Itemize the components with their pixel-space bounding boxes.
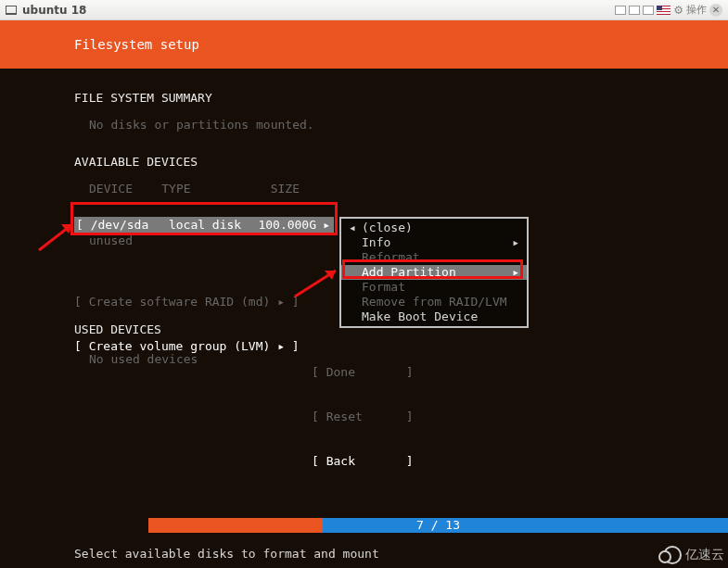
page-title: Filesystem setup [74,37,199,52]
vm-monitor-icon [6,6,17,15]
back-button[interactable]: [ Back ] [312,454,414,469]
svg-marker-3 [325,271,336,280]
disk-device: /dev/sda [91,217,169,234]
gear-icon[interactable]: ⚙ [673,4,683,17]
file-system-summary: FILE SYSTEM SUMMARY No disks or partitio… [0,69,728,133]
bracket: [ [76,217,91,234]
disk-size: 100.000G [256,217,317,234]
tray-icon-2[interactable] [629,6,640,15]
tray-icon-1[interactable] [615,6,626,15]
tray-icon-3[interactable] [643,6,654,15]
installer-surface: Filesystem setup FILE SYSTEM SUMMARY No … [0,20,728,568]
disk-row-content: [ /dev/sda local disk 100.000G ▸ [74,217,334,234]
svg-line-2 [295,271,336,297]
menu-format: Format [341,280,527,295]
device-columns: DEVICE TYPE SIZE [74,182,728,196]
chevron-right-icon: ▸ [510,265,519,280]
svg-line-0 [39,224,72,250]
vm-title: ubuntu 18 [22,4,86,17]
watermark: 亿速云 [663,546,724,564]
svg-marker-1 [61,224,72,234]
used-title: USED DEVICES [74,322,161,336]
menu-make-boot[interactable]: Make Boot Device [341,309,527,324]
create-raid[interactable]: [ Create software RAID (md) ▸ ] [74,295,300,309]
watermark-icon [663,546,682,564]
available-title: AVAILABLE DEVICES [74,155,728,169]
annotation-arrow-menu [291,263,345,300]
close-icon[interactable]: ✕ [709,4,722,17]
disk-unused: unused [89,234,133,248]
caret-left-icon: ◂ [349,221,362,235]
disk-type: local disk [169,217,256,234]
tray-flag-icon[interactable] [657,6,671,15]
used-message: No used devices [89,352,198,366]
footer-buttons: [ Done ] [ Reset ] [ Back ] [312,335,414,499]
vm-tray: ⚙ 操作 ✕ [615,0,722,19]
watermark-text: 亿速云 [685,547,724,563]
reset-button[interactable]: [ Reset ] [312,410,414,424]
summary-title: FILE SYSTEM SUMMARY [74,91,728,105]
menu-reformat: Reformat [341,250,527,265]
progress-bar: 7 / 13 [148,518,728,533]
menu-close[interactable]: ◂ (close) [341,221,527,235]
chevron-right-icon: ▸ [316,217,330,234]
vm-titlebar: ubuntu 18 ⚙ 操作 ✕ [0,0,728,20]
summary-message: No disks or partitions mounted. [74,118,728,133]
menu-remove: Remove from RAID/LVM [341,295,527,309]
menu-add-partition[interactable]: Add Partition ▸ [341,265,527,280]
disk-row[interactable]: [ /dev/sda local disk 100.000G ▸ [74,217,334,234]
progress-label: 7 / 13 [148,518,728,533]
disk-context-menu: ◂ (close) Info ▸ Reformat Add Partition … [339,217,529,328]
available-devices: AVAILABLE DEVICES DEVICE TYPE SIZE [0,133,728,196]
menu-info[interactable]: Info ▸ [341,235,527,250]
chevron-right-icon: ▸ [510,235,519,250]
footer-hint: Select available disks to format and mou… [74,547,379,561]
page-header: Filesystem setup [0,20,728,69]
done-button[interactable]: [ Done ] [312,365,414,380]
operate-label[interactable]: 操作 [686,3,707,17]
